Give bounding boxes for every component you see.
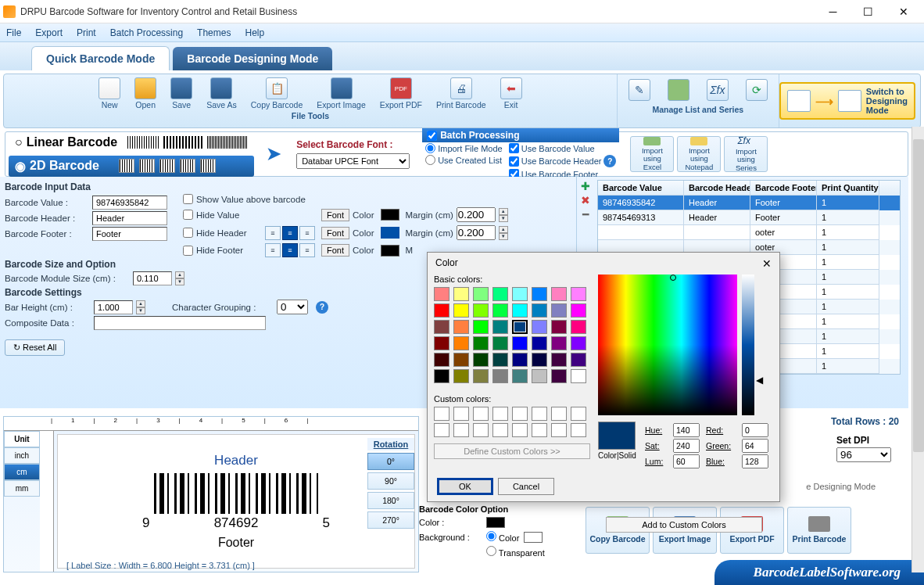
basic-color-cell[interactable] bbox=[532, 336, 547, 350]
table-row[interactable]: 98745469313HeaderFooter1 bbox=[598, 210, 900, 225]
basic-color-cell[interactable] bbox=[512, 303, 528, 318]
export-image-button[interactable]: Export Image bbox=[310, 76, 371, 111]
manage-edit-button[interactable]: ✎ bbox=[621, 76, 658, 105]
maximize-button[interactable]: ☐ bbox=[851, 1, 886, 23]
rotation-270[interactable]: 270° bbox=[367, 511, 414, 529]
basic-color-cell[interactable] bbox=[453, 320, 469, 334]
use-value-check[interactable]: Use Barcode Value bbox=[506, 142, 620, 154]
minimize-button[interactable]: ─ bbox=[815, 1, 851, 23]
copy-barcode-button[interactable]: 📋Copy Barcode bbox=[245, 76, 310, 111]
hue-input[interactable] bbox=[673, 423, 700, 437]
basic-color-cell[interactable] bbox=[434, 369, 449, 383]
basic-color-cell[interactable] bbox=[551, 369, 567, 383]
basic-color-cell[interactable] bbox=[571, 320, 586, 334]
basic-color-cell[interactable] bbox=[512, 287, 528, 301]
col-qty[interactable]: Print Quantity bbox=[817, 181, 879, 196]
basic-color-cell[interactable] bbox=[434, 353, 449, 367]
menu-themes[interactable]: Themes bbox=[197, 27, 231, 38]
module-spinner[interactable]: ▲▼ bbox=[175, 271, 184, 285]
reset-all-button[interactable]: ↻ Reset All bbox=[5, 339, 65, 356]
basic-color-cell[interactable] bbox=[492, 303, 508, 318]
basic-color-cell[interactable] bbox=[473, 336, 489, 350]
import-file-radio[interactable]: Import File Mode bbox=[422, 142, 506, 154]
basic-color-cell[interactable] bbox=[434, 303, 449, 318]
gradient-marker[interactable] bbox=[670, 275, 676, 281]
sat-input[interactable] bbox=[673, 439, 700, 453]
menu-batch[interactable]: Batch Processing bbox=[110, 27, 183, 38]
basic-color-cell[interactable] bbox=[551, 303, 567, 318]
help-icon[interactable]: ? bbox=[603, 155, 616, 167]
color-gradient[interactable] bbox=[598, 275, 737, 415]
menu-print[interactable]: Print bbox=[77, 27, 96, 38]
basic-color-cell[interactable] bbox=[551, 353, 567, 367]
basic-color-cell[interactable] bbox=[453, 287, 469, 301]
custom-color-cell[interactable] bbox=[492, 423, 508, 437]
basic-color-cell[interactable] bbox=[492, 369, 508, 383]
basic-color-cell[interactable] bbox=[492, 336, 508, 350]
rotation-0[interactable]: 0° bbox=[367, 453, 414, 470]
hide-value-check[interactable] bbox=[183, 210, 193, 220]
basic-color-cell[interactable] bbox=[473, 353, 489, 367]
align-header-right[interactable]: ≡ bbox=[299, 226, 315, 240]
menu-file[interactable]: File bbox=[6, 27, 21, 38]
export-pdf-button[interactable]: PDFExport PDF bbox=[374, 76, 428, 111]
font-header-button[interactable]: Font bbox=[321, 227, 349, 239]
composite-input[interactable] bbox=[94, 316, 266, 330]
barcode-header-input[interactable] bbox=[92, 211, 167, 225]
custom-color-cell[interactable] bbox=[434, 423, 449, 437]
basic-color-cell[interactable] bbox=[512, 320, 528, 334]
basic-color-cell[interactable] bbox=[571, 353, 586, 367]
basic-color-cell[interactable] bbox=[532, 287, 547, 301]
font-value-button[interactable]: Font bbox=[321, 209, 349, 221]
hide-footer-check[interactable] bbox=[183, 246, 193, 256]
basic-color-cell[interactable] bbox=[434, 320, 449, 334]
custom-color-cell[interactable] bbox=[551, 407, 567, 421]
col-footer[interactable]: Barcode Footer bbox=[750, 181, 817, 196]
custom-color-cell[interactable] bbox=[492, 407, 508, 421]
col-value[interactable]: Barcode Value bbox=[598, 181, 684, 196]
bar-height-input[interactable] bbox=[94, 300, 133, 314]
print-barcode-button[interactable]: 🖨Print Barcode bbox=[430, 76, 492, 111]
menu-export[interactable]: Export bbox=[35, 27, 63, 38]
custom-color-cell[interactable] bbox=[453, 407, 469, 421]
manage-series-button[interactable] bbox=[660, 76, 697, 105]
basic-color-cell[interactable] bbox=[532, 353, 547, 367]
barcode-value-input[interactable] bbox=[92, 196, 167, 210]
basic-color-cell[interactable] bbox=[551, 320, 567, 334]
use-header-check[interactable]: Use Barcode Header ? bbox=[506, 154, 620, 168]
basic-color-cell[interactable] bbox=[532, 369, 547, 383]
basic-color-cell[interactable] bbox=[551, 287, 567, 301]
import-notepad-button[interactable]: ImportusingNotepad bbox=[677, 136, 721, 172]
import-series-button[interactable]: ΣfxImportusingSeries bbox=[724, 136, 768, 172]
basic-color-cell[interactable] bbox=[453, 303, 469, 318]
new-button[interactable]: New bbox=[92, 76, 127, 111]
basic-color-cell[interactable] bbox=[512, 336, 528, 350]
lum-input[interactable] bbox=[673, 454, 700, 468]
basic-color-cell[interactable] bbox=[473, 320, 489, 334]
menu-help[interactable]: Help bbox=[245, 27, 264, 38]
custom-color-cell[interactable] bbox=[532, 407, 547, 421]
open-button[interactable]: Open bbox=[128, 76, 163, 111]
col-header[interactable]: Barcode Header bbox=[684, 181, 750, 196]
print-barcode-button-2[interactable]: Print Barcode bbox=[787, 507, 851, 554]
cancel-button[interactable]: Cancel bbox=[498, 478, 554, 495]
char-group-select[interactable]: 0 bbox=[277, 300, 308, 314]
custom-color-cell[interactable] bbox=[551, 423, 567, 437]
rotation-180[interactable]: 180° bbox=[367, 492, 414, 509]
close-button[interactable]: ✕ bbox=[886, 1, 921, 23]
custom-color-cell[interactable] bbox=[512, 407, 528, 421]
basic-color-cell[interactable] bbox=[532, 303, 547, 318]
hide-header-check[interactable] bbox=[183, 228, 193, 238]
exit-button[interactable]: ⬅Exit bbox=[494, 76, 528, 111]
batch-checkbox[interactable] bbox=[427, 131, 437, 141]
define-custom-button[interactable]: Define Custom Colors >> bbox=[434, 443, 590, 459]
basic-color-cell[interactable] bbox=[434, 287, 449, 301]
created-list-radio[interactable]: Use Created List bbox=[422, 154, 506, 166]
linear-barcode-radio[interactable]: ○Linear Barcode bbox=[9, 132, 254, 153]
switch-mode-button[interactable]: ⟶ Switch toDesigningMode bbox=[779, 82, 915, 120]
add-row-button[interactable]: ✚ bbox=[580, 180, 591, 191]
luminance-arrow-icon[interactable]: ◀ bbox=[756, 375, 763, 386]
basic-color-cell[interactable] bbox=[492, 320, 508, 334]
add-custom-button[interactable]: Add to Custom Colors bbox=[606, 517, 762, 533]
basic-color-cell[interactable] bbox=[453, 353, 469, 367]
